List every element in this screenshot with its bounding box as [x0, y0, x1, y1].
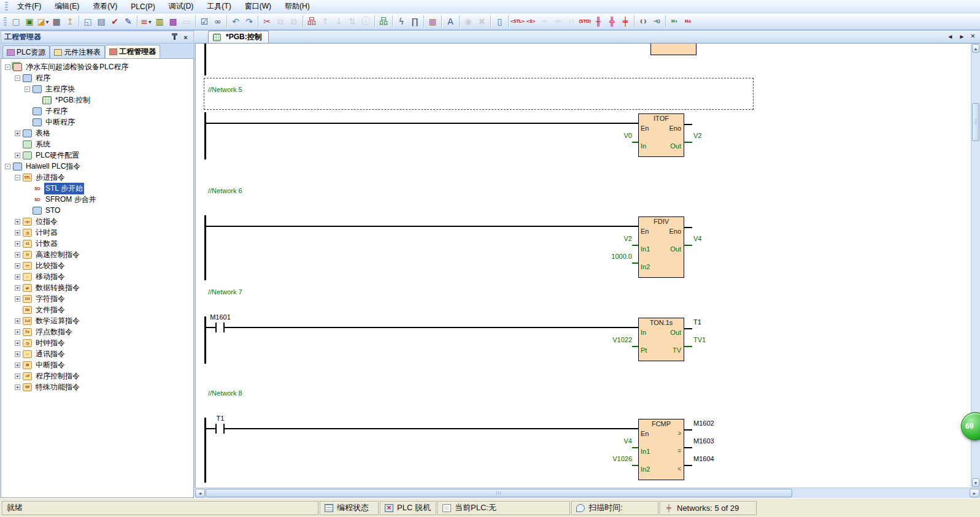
- device-info-icon[interactable]: ▯: [493, 15, 506, 28]
- close-icon[interactable]: ×: [181, 33, 190, 42]
- tree-expander-icon[interactable]: +: [15, 241, 20, 247]
- pin-icon[interactable]: [170, 33, 179, 42]
- tree-item-7[interactable]: 系统: [2, 139, 193, 150]
- scroll-right-icon[interactable]: ►: [970, 489, 979, 497]
- tree-expander-icon[interactable]: -: [5, 164, 10, 169]
- tree-expander-icon[interactable]: +: [15, 296, 20, 302]
- tree-expander-icon[interactable]: +: [15, 373, 20, 379]
- tree-item-19[interactable]: +↔移动指令: [2, 271, 193, 282]
- scroll-up-icon[interactable]: ▲: [972, 44, 979, 53]
- tree-item-13[interactable]: STO: [2, 205, 193, 216]
- operand-input-label[interactable]: V1026: [565, 455, 632, 462]
- panel-tab-project[interactable]: 工程管理器: [105, 45, 160, 58]
- tree-item-0[interactable]: -净水车间超滤检验设备PLC程序: [2, 61, 193, 72]
- operand-input-label[interactable]: V4: [565, 437, 632, 445]
- tree-expander-icon[interactable]: +: [15, 285, 20, 291]
- hline-tool-icon[interactable]: ╫: [592, 15, 605, 28]
- tree-expander-icon[interactable]: +: [15, 329, 20, 335]
- horizontal-scroll-thumb[interactable]: [206, 489, 792, 497]
- tree-item-27[interactable]: +IIII中断指令: [2, 359, 193, 370]
- tab-pgb-control[interactable]: *PGB:控制: [208, 31, 269, 43]
- tree-expander-icon[interactable]: +: [15, 318, 20, 324]
- vertical-scroll-thumb[interactable]: [972, 103, 979, 141]
- network-selection-box[interactable]: [204, 78, 754, 110]
- panel-tab-chip[interactable]: PLC资源: [2, 45, 50, 58]
- open-project-icon[interactable]: ◪▼: [36, 15, 50, 28]
- print-icon[interactable]: ▤: [95, 15, 108, 28]
- tree-expander-icon[interactable]: -: [15, 175, 20, 180]
- save-all-icon[interactable]: ↥: [63, 15, 77, 28]
- network-comment[interactable]: //Network 7: [208, 288, 242, 296]
- tree-item-2[interactable]: -主程序块: [2, 83, 193, 94]
- tree-expander-icon[interactable]: +: [15, 219, 20, 224]
- tree-expander-icon[interactable]: +: [15, 351, 20, 357]
- tree-item-21[interactable]: +CH字符指令: [2, 293, 193, 304]
- tree-item-15[interactable]: +◷计时器: [2, 227, 193, 238]
- redo-icon[interactable]: ↷: [242, 15, 256, 28]
- tree-item-23[interactable]: +1+2数学运算指令: [2, 315, 193, 326]
- contact-mid-tool-icon[interactable]: ⊣⟨⟩: [650, 15, 663, 28]
- operand-output-label[interactable]: TV1: [693, 336, 706, 343]
- tree-item-8[interactable]: +PLC硬件配置: [2, 150, 193, 161]
- operand-input-label[interactable]: V2: [565, 235, 632, 242]
- tree-item-24[interactable]: +Fx浮点数指令: [2, 326, 193, 337]
- function-block-itof[interactable]: ITOF: [638, 113, 684, 157]
- tree-item-20[interactable]: +⇄数据转换指令: [2, 282, 193, 293]
- tree-expander-icon[interactable]: +: [15, 131, 20, 136]
- tree-item-26[interactable]: +~通讯指令: [2, 348, 193, 359]
- tree-item-11[interactable]: SOSTL 步开始: [2, 183, 193, 194]
- menu-item-2[interactable]: 查看(V): [86, 0, 124, 13]
- tree-item-18[interactable]: +>=比较指令: [2, 260, 193, 271]
- tab-close-icon[interactable]: ×: [970, 33, 975, 40]
- sto-tool-icon[interactable]: (STO): [578, 15, 592, 28]
- tree-item-4[interactable]: 子程序: [2, 105, 193, 117]
- operand-input-label[interactable]: V1022: [565, 336, 632, 343]
- operand-output-label[interactable]: M1604: [693, 455, 714, 462]
- compile-icon[interactable]: ≡▼: [139, 15, 153, 28]
- operand-output-label[interactable]: T1: [693, 318, 701, 326]
- coil-out-tool-icon[interactable]: { }: [636, 15, 650, 28]
- tree-item-10[interactable]: -STL步进指令: [2, 172, 193, 183]
- horizontal-scrollbar[interactable]: ◄ ►: [195, 488, 980, 498]
- print-preview-icon[interactable]: ◱: [81, 15, 95, 28]
- menu-item-6[interactable]: 窗口(W): [238, 0, 278, 13]
- ladder-canvas[interactable]: //Network 5ITOFEnEnoInOutV0V2//Network 6…: [195, 44, 971, 488]
- tree-expander-icon[interactable]: +: [15, 385, 20, 390]
- operand-output-label[interactable]: M1603: [693, 437, 714, 445]
- tab-prev-icon[interactable]: ◄: [947, 33, 954, 40]
- new-project-icon[interactable]: ▣: [23, 15, 36, 28]
- operand-output-label[interactable]: V4: [693, 235, 701, 242]
- tree-expander-icon[interactable]: +: [15, 340, 20, 346]
- tree-item-5[interactable]: 中断程序: [2, 117, 193, 128]
- menu-item-3[interactable]: PLC(P): [124, 1, 161, 13]
- tree-item-29[interactable]: +SP特殊功能指令: [2, 381, 193, 393]
- menu-item-0[interactable]: 文件(F): [10, 0, 48, 13]
- new-file-icon[interactable]: ▢: [9, 15, 23, 28]
- tree-expander-icon[interactable]: -: [5, 64, 10, 70]
- menu-item-4[interactable]: 调试(D): [162, 0, 201, 13]
- tree-item-17[interactable]: +H高速控制指令: [2, 249, 193, 260]
- panel-tab-pencil[interactable]: 元件注释表: [50, 45, 105, 58]
- chip-config-icon[interactable]: ▩: [166, 15, 180, 28]
- scroll-left-icon[interactable]: ◄: [195, 489, 205, 497]
- tree-expander-icon[interactable]: +: [15, 252, 20, 258]
- tree-expander-icon[interactable]: +: [15, 263, 20, 269]
- operand-input-label[interactable]: V0: [565, 132, 632, 139]
- font-icon[interactable]: A: [444, 15, 457, 28]
- undo-icon[interactable]: ↶: [229, 15, 242, 28]
- menu-item-1[interactable]: 编辑(E): [48, 0, 86, 13]
- tree-expander-icon[interactable]: +: [15, 274, 20, 280]
- menu-item-7[interactable]: 帮助(H): [278, 0, 317, 13]
- tree-item-25[interactable]: +◷时钟指令: [2, 337, 193, 348]
- operand-output-label[interactable]: V2: [693, 132, 701, 139]
- program-verify-icon[interactable]: ✎: [122, 15, 135, 28]
- save-icon[interactable]: ▦: [50, 15, 63, 28]
- pls-wave-icon[interactable]: ∏: [408, 15, 422, 28]
- branch-del-tool-icon[interactable]: ╪: [619, 15, 632, 28]
- insert-network-icon[interactable]: H±: [681, 15, 695, 28]
- contact-operand-label[interactable]: T1: [204, 415, 236, 422]
- scroll-down-icon[interactable]: ▼: [972, 478, 979, 487]
- plc-monitor-icon[interactable]: ▥: [153, 15, 166, 28]
- tree-item-6[interactable]: +表格: [2, 128, 193, 139]
- operand-input-label[interactable]: 1000.0: [565, 253, 632, 260]
